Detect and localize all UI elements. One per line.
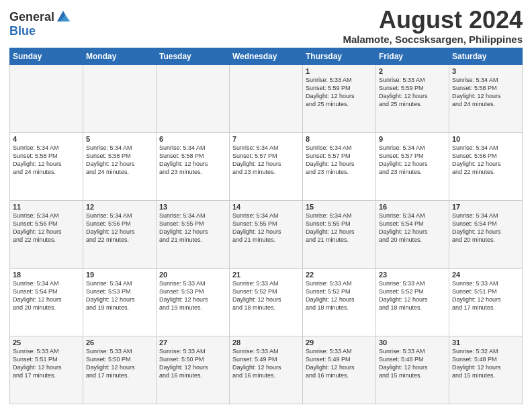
calendar-cell: 21Sunrise: 5:33 AM Sunset: 5:52 PM Dayli… — [230, 268, 303, 336]
cell-info: Sunrise: 5:34 AM Sunset: 5:57 PM Dayligh… — [379, 144, 446, 177]
calendar-cell: 31Sunrise: 5:32 AM Sunset: 5:48 PM Dayli… — [449, 336, 523, 404]
day-number: 24 — [452, 271, 519, 279]
day-header-wednesday: Wednesday — [230, 48, 303, 64]
cell-info: Sunrise: 5:33 AM Sunset: 5:48 PM Dayligh… — [379, 347, 446, 380]
calendar-cell: 26Sunrise: 5:33 AM Sunset: 5:50 PM Dayli… — [83, 336, 157, 404]
calendar-cell: 17Sunrise: 5:34 AM Sunset: 5:54 PM Dayli… — [449, 200, 523, 268]
main-title: August 2024 — [343, 7, 523, 34]
day-number: 23 — [379, 271, 446, 279]
cell-info: Sunrise: 5:33 AM Sunset: 5:50 PM Dayligh… — [159, 347, 226, 380]
day-number: 6 — [159, 135, 226, 143]
calendar-cell: 8Sunrise: 5:34 AM Sunset: 5:57 PM Daylig… — [303, 132, 376, 200]
calendar-cell: 28Sunrise: 5:33 AM Sunset: 5:49 PM Dayli… — [230, 336, 303, 404]
calendar-cell: 3Sunrise: 5:34 AM Sunset: 5:58 PM Daylig… — [449, 64, 523, 132]
calendar-cell: 6Sunrise: 5:34 AM Sunset: 5:58 PM Daylig… — [157, 132, 230, 200]
day-number: 19 — [86, 271, 153, 279]
calendar: SundayMondayTuesdayWednesdayThursdayFrid… — [9, 48, 523, 404]
cell-info: Sunrise: 5:33 AM Sunset: 5:52 PM Dayligh… — [306, 279, 373, 312]
cell-info: Sunrise: 5:34 AM Sunset: 5:58 PM Dayligh… — [86, 144, 153, 177]
day-number: 10 — [452, 135, 519, 143]
day-number: 17 — [452, 203, 519, 211]
calendar-cell — [83, 64, 157, 132]
calendar-cell: 29Sunrise: 5:33 AM Sunset: 5:49 PM Dayli… — [303, 336, 376, 404]
header: General Blue August 2024 Malamote, Soccs… — [9, 7, 523, 45]
day-number: 27 — [159, 338, 226, 347]
calendar-cell: 23Sunrise: 5:33 AM Sunset: 5:52 PM Dayli… — [376, 268, 449, 336]
day-number: 28 — [232, 338, 300, 347]
title-block: August 2024 Malamote, Soccsksargen, Phil… — [343, 7, 523, 45]
cell-info: Sunrise: 5:34 AM Sunset: 5:58 PM Dayligh… — [452, 76, 519, 109]
logo-icon — [56, 9, 71, 24]
cell-info: Sunrise: 5:34 AM Sunset: 5:56 PM Dayligh… — [452, 144, 519, 177]
day-number: 4 — [13, 135, 80, 143]
cell-info: Sunrise: 5:33 AM Sunset: 5:50 PM Dayligh… — [86, 347, 153, 380]
day-number: 12 — [86, 203, 153, 211]
day-number: 13 — [159, 203, 226, 211]
calendar-body: 1Sunrise: 5:33 AM Sunset: 5:59 PM Daylig… — [10, 64, 523, 404]
day-number: 2 — [379, 67, 446, 75]
page: General Blue August 2024 Malamote, Soccs… — [0, 0, 532, 411]
day-number: 11 — [13, 203, 80, 211]
cell-info: Sunrise: 5:32 AM Sunset: 5:48 PM Dayligh… — [452, 347, 519, 380]
cell-info: Sunrise: 5:34 AM Sunset: 5:56 PM Dayligh… — [13, 212, 80, 244]
subtitle: Malamote, Soccsksargen, Philippines — [343, 34, 523, 45]
day-number: 8 — [306, 135, 373, 143]
calendar-cell — [10, 64, 83, 132]
day-number: 3 — [452, 67, 519, 75]
cell-info: Sunrise: 5:33 AM Sunset: 5:49 PM Dayligh… — [232, 347, 300, 380]
cell-info: Sunrise: 5:34 AM Sunset: 5:58 PM Dayligh… — [13, 144, 80, 177]
calendar-cell: 1Sunrise: 5:33 AM Sunset: 5:59 PM Daylig… — [303, 64, 376, 132]
cell-info: Sunrise: 5:34 AM Sunset: 5:53 PM Dayligh… — [86, 279, 153, 312]
cell-info: Sunrise: 5:34 AM Sunset: 5:55 PM Dayligh… — [306, 212, 373, 244]
day-number: 5 — [86, 135, 153, 143]
calendar-cell: 22Sunrise: 5:33 AM Sunset: 5:52 PM Dayli… — [303, 268, 376, 336]
cell-info: Sunrise: 5:33 AM Sunset: 5:51 PM Dayligh… — [13, 347, 80, 380]
cell-info: Sunrise: 5:33 AM Sunset: 5:51 PM Dayligh… — [452, 279, 519, 312]
week-row-2: 4Sunrise: 5:34 AM Sunset: 5:58 PM Daylig… — [10, 132, 523, 200]
cell-info: Sunrise: 5:34 AM Sunset: 5:54 PM Dayligh… — [379, 212, 446, 244]
cell-info: Sunrise: 5:33 AM Sunset: 5:53 PM Dayligh… — [159, 279, 226, 312]
calendar-cell: 30Sunrise: 5:33 AM Sunset: 5:48 PM Dayli… — [376, 336, 449, 404]
calendar-cell: 4Sunrise: 5:34 AM Sunset: 5:58 PM Daylig… — [10, 132, 83, 200]
cell-info: Sunrise: 5:34 AM Sunset: 5:54 PM Dayligh… — [13, 279, 80, 312]
logo: General Blue — [9, 9, 71, 38]
calendar-cell: 15Sunrise: 5:34 AM Sunset: 5:55 PM Dayli… — [303, 200, 376, 268]
day-number: 9 — [379, 135, 446, 143]
calendar-cell: 13Sunrise: 5:34 AM Sunset: 5:55 PM Dayli… — [157, 200, 230, 268]
cell-info: Sunrise: 5:34 AM Sunset: 5:54 PM Dayligh… — [452, 212, 519, 244]
day-number: 14 — [232, 203, 300, 211]
logo-blue: Blue — [9, 24, 36, 38]
logo-general: General — [9, 10, 54, 24]
calendar-cell: 11Sunrise: 5:34 AM Sunset: 5:56 PM Dayli… — [10, 200, 83, 268]
day-number: 31 — [452, 338, 519, 347]
calendar-cell: 9Sunrise: 5:34 AM Sunset: 5:57 PM Daylig… — [376, 132, 449, 200]
calendar-cell: 12Sunrise: 5:34 AM Sunset: 5:56 PM Dayli… — [83, 200, 157, 268]
calendar-cell: 19Sunrise: 5:34 AM Sunset: 5:53 PM Dayli… — [83, 268, 157, 336]
day-header-friday: Friday — [376, 48, 449, 64]
calendar-cell: 27Sunrise: 5:33 AM Sunset: 5:50 PM Dayli… — [157, 336, 230, 404]
day-number: 16 — [379, 203, 446, 211]
day-header-monday: Monday — [83, 48, 157, 64]
day-number: 26 — [86, 338, 153, 347]
calendar-cell: 16Sunrise: 5:34 AM Sunset: 5:54 PM Dayli… — [376, 200, 449, 268]
day-header-saturday: Saturday — [449, 48, 523, 64]
header-row: SundayMondayTuesdayWednesdayThursdayFrid… — [10, 48, 523, 64]
day-number: 21 — [232, 271, 300, 279]
cell-info: Sunrise: 5:33 AM Sunset: 5:52 PM Dayligh… — [379, 279, 446, 312]
week-row-3: 11Sunrise: 5:34 AM Sunset: 5:56 PM Dayli… — [10, 200, 523, 268]
day-number: 20 — [159, 271, 226, 279]
calendar-cell: 25Sunrise: 5:33 AM Sunset: 5:51 PM Dayli… — [10, 336, 83, 404]
day-number: 25 — [13, 338, 80, 347]
day-number: 30 — [379, 338, 446, 347]
calendar-cell: 14Sunrise: 5:34 AM Sunset: 5:55 PM Dayli… — [230, 200, 303, 268]
day-number: 15 — [306, 203, 373, 211]
calendar-cell: 20Sunrise: 5:33 AM Sunset: 5:53 PM Dayli… — [157, 268, 230, 336]
day-number: 7 — [232, 135, 300, 143]
cell-info: Sunrise: 5:34 AM Sunset: 5:58 PM Dayligh… — [159, 144, 226, 177]
day-number: 18 — [13, 271, 80, 279]
cell-info: Sunrise: 5:34 AM Sunset: 5:57 PM Dayligh… — [232, 144, 300, 177]
calendar-cell: 2Sunrise: 5:33 AM Sunset: 5:59 PM Daylig… — [376, 64, 449, 132]
calendar-cell: 5Sunrise: 5:34 AM Sunset: 5:58 PM Daylig… — [83, 132, 157, 200]
week-row-5: 25Sunrise: 5:33 AM Sunset: 5:51 PM Dayli… — [10, 336, 523, 404]
calendar-cell: 10Sunrise: 5:34 AM Sunset: 5:56 PM Dayli… — [449, 132, 523, 200]
